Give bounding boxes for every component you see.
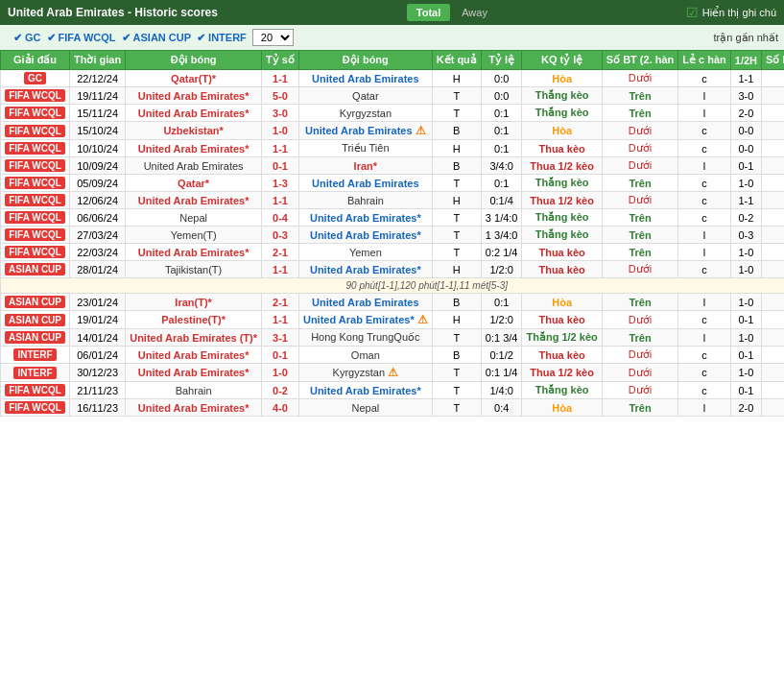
table-row: FIFA WCQL22/03/24United Arab Emirates*2-…: [1, 244, 785, 261]
ket-qua-cell: T: [432, 364, 481, 382]
so-bt2-cell: Trên: [762, 329, 784, 347]
so-bt-cell: Trên: [602, 175, 678, 192]
league-cell: FIFA WCQL: [1, 382, 70, 399]
ket-qua-cell: T: [432, 87, 481, 105]
asian-check-icon: ✔: [122, 32, 131, 44]
warning-icon: ⚠: [388, 366, 398, 379]
so-bt-cell: Trên: [602, 329, 678, 347]
le-c-cell: l: [678, 105, 731, 122]
team2-cell: Oman: [298, 347, 432, 364]
team1-cell: Tajikistan(T): [126, 261, 262, 278]
kq-ty-le-cell: Thua kèo: [522, 140, 602, 157]
team2-cell: Kyrgyzstan ⚠: [298, 364, 432, 382]
league-cell: INTERF: [1, 364, 70, 382]
table-row: FIFA WCQL16/11/23United Arab Emirates*4-…: [1, 399, 785, 417]
hien-thi-toggle[interactable]: ☑ Hiển thị ghi chú: [686, 5, 776, 20]
table-row: ASIAN CUP28/01/24Tajikistan(T)1-1United …: [1, 261, 785, 278]
team1-cell: United Arab Emirates*: [126, 347, 262, 364]
ket-qua-cell: B: [432, 122, 481, 140]
ket-qua-cell: T: [432, 209, 481, 227]
so-bt2-cell: Trên: [762, 192, 784, 209]
ket-qua-cell: H: [432, 261, 481, 278]
so-bt2-cell: Trên: [762, 209, 784, 227]
ty-le-cell: 0:1 1/4: [481, 364, 522, 382]
le-c-cell: l: [678, 87, 731, 105]
so-bt2-cell: Trên: [762, 175, 784, 192]
so-bt-cell: Dưới: [602, 347, 678, 364]
league-cell: FIFA WCQL: [1, 122, 70, 140]
match-count-select[interactable]: 20 10 30: [252, 29, 294, 46]
filter-interf-label[interactable]: ✔ INTERF: [197, 32, 247, 44]
league-cell: FIFA WCQL: [1, 192, 70, 209]
league-cell: ASIAN CUP: [1, 311, 70, 329]
warning-icon: ⚠: [416, 124, 426, 137]
so-bt2-cell: Trên: [762, 70, 784, 87]
date-cell: 22/03/24: [70, 244, 126, 261]
half-cell: 3-0: [730, 87, 761, 105]
filter-fifa-label[interactable]: ✔ FIFA WCQL: [47, 32, 116, 44]
ty-le-cell: 0:1: [481, 140, 522, 157]
table-row: FIFA WCQL19/11/24United Arab Emirates*5-…: [1, 87, 785, 105]
kq-ty-le-cell: Thắng kèo: [522, 175, 602, 192]
filter-asian-label[interactable]: ✔ ASIAN CUP: [122, 32, 192, 44]
team1-cell: Iran(T)*: [126, 294, 262, 311]
league-cell: FIFA WCQL: [1, 87, 70, 105]
col-ty-le: Tỷ lệ: [481, 51, 522, 70]
so-bt-cell: Dưới: [602, 122, 678, 140]
col-giai-dau: Giải đấu: [1, 51, 70, 70]
header-title: United Arab Emirates - Historic scores: [8, 6, 218, 19]
ket-qua-cell: T: [432, 105, 481, 122]
team1-cell: Palestine(T)*: [126, 311, 262, 329]
kq-ty-le-cell: Thua kèo: [522, 261, 602, 278]
team1-cell: United Arab Emirates*: [126, 87, 262, 105]
table-row: FIFA WCQL12/06/24United Arab Emirates*1-…: [1, 192, 785, 209]
tab-away[interactable]: Away: [452, 4, 497, 21]
hien-thi-label: Hiển thị ghi chú: [702, 7, 776, 19]
team1-cell: Qatar*: [126, 175, 262, 192]
team1-cell: Nepal: [126, 209, 262, 227]
team1-cell: United Arab Emirates*: [126, 399, 262, 417]
le-c-cell: l: [678, 227, 731, 244]
ty-le-cell: 0:2 1/4: [481, 244, 522, 261]
tab-total[interactable]: Total: [407, 4, 450, 21]
team2-cell: Hong Kong TrungQuốc: [298, 329, 432, 347]
score-cell: 3-1: [262, 329, 299, 347]
header-tabs: Total Away: [407, 4, 497, 21]
league-cell: ASIAN CUP: [1, 294, 70, 311]
scores-table: Giải đấu Thời gian Đội bóng Tỷ số Đội bó…: [0, 50, 784, 417]
team2-cell: United Arab Emirates: [298, 70, 432, 87]
team2-cell: United Arab Emirates*: [298, 209, 432, 227]
score-cell: 1-3: [262, 175, 299, 192]
date-cell: 15/10/24: [70, 122, 126, 140]
score-cell: 0-1: [262, 347, 299, 364]
half-cell: 2-0: [730, 105, 761, 122]
team2-cell: Kyrgyzstan: [298, 105, 432, 122]
kq-ty-le-cell: Hòa: [522, 294, 602, 311]
team1-cell: Qatar(T)*: [126, 70, 262, 87]
ket-qua-cell: B: [432, 157, 481, 175]
so-bt-cell: Trên: [602, 105, 678, 122]
le-c-cell: c: [678, 261, 731, 278]
table-row: FIFA WCQL05/09/24Qatar*1-3United Arab Em…: [1, 175, 785, 192]
ty-le-cell: 0:0: [481, 70, 522, 87]
ty-le-cell: 0:1: [481, 294, 522, 311]
date-cell: 19/01/24: [70, 311, 126, 329]
ket-qua-cell: H: [432, 70, 481, 87]
col-half: 1/2H: [730, 51, 761, 70]
league-cell: INTERF: [1, 347, 70, 364]
le-c-cell: c: [678, 122, 731, 140]
fifa-check-icon: ✔: [47, 32, 56, 44]
ty-le-cell: 0:1/4: [481, 192, 522, 209]
score-cell: 0-1: [262, 157, 299, 175]
half-cell: 0-1: [730, 347, 761, 364]
score-cell: 4-0: [262, 399, 299, 417]
so-bt-cell: Dưới: [602, 157, 678, 175]
ty-le-cell: 0:0: [481, 87, 522, 105]
table-row: INTERF30/12/23United Arab Emirates*1-0Ky…: [1, 364, 785, 382]
half-cell: 1-0: [730, 175, 761, 192]
gc-check-icon: ✔: [13, 32, 22, 44]
asian-label: ASIAN CUP: [133, 32, 192, 43]
filter-gc-label[interactable]: ✔ GC: [13, 32, 41, 44]
team2-cell: United Arab Emirates: [298, 175, 432, 192]
ket-qua-cell: B: [432, 347, 481, 364]
